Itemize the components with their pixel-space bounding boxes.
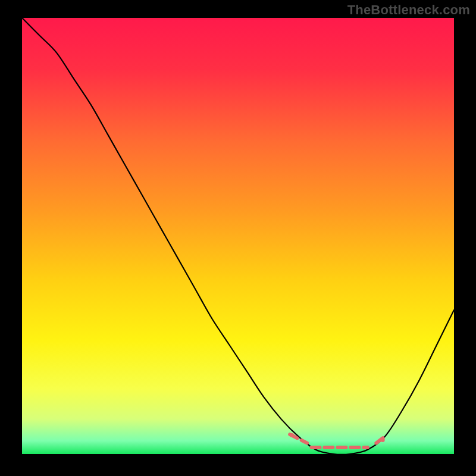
plot-area [22, 18, 454, 454]
svg-point-2 [381, 438, 385, 442]
svg-point-1 [290, 433, 294, 437]
watermark-text: TheBottleneck.com [347, 2, 470, 18]
optimal-range-marker [22, 18, 454, 454]
chart-frame: TheBottleneck.com [0, 0, 476, 476]
